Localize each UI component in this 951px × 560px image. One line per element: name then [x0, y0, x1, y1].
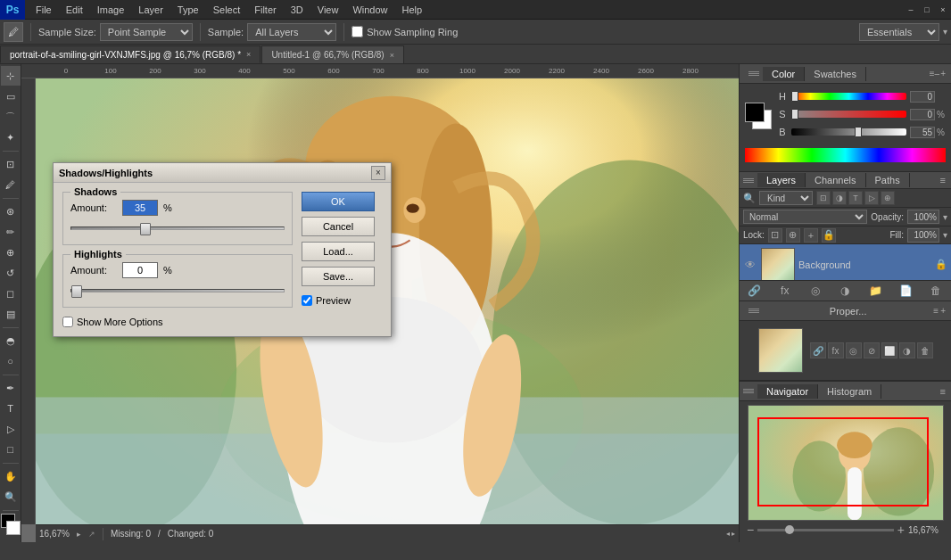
nav-zoom-out[interactable]: − [747, 523, 754, 537]
brush-tool[interactable]: ✏ [1, 222, 21, 242]
filter-kind-dropdown[interactable]: Kind [759, 191, 813, 205]
opacity-arrow[interactable]: ▾ [943, 212, 947, 222]
menu-image[interactable]: Image [90, 3, 132, 17]
link-layers-button[interactable]: 🔗 [746, 282, 764, 300]
h-slider[interactable] [791, 93, 906, 100]
sample-size-dropdown[interactable]: Point Sample 3 by 3 Average 5 by 5 Avera… [100, 23, 193, 41]
color-spectrum[interactable] [745, 148, 946, 162]
props-mask-btn[interactable]: ◎ [846, 342, 862, 358]
props-fx-btn[interactable]: fx [828, 342, 844, 358]
sample-dropdown[interactable]: All Layers Current Layer [247, 23, 336, 41]
menu-help[interactable]: Help [395, 3, 430, 17]
lock-position-icon[interactable]: ⊕ [786, 228, 800, 243]
swatches-tab[interactable]: Swatches [805, 67, 866, 81]
adjustment-type-icon[interactable]: ◑ [832, 191, 847, 205]
text-type-icon[interactable]: T [848, 191, 863, 205]
paths-tab[interactable]: Paths [866, 173, 910, 187]
gradient-tool[interactable]: ▤ [1, 304, 21, 324]
b-slider[interactable] [791, 128, 906, 136]
fill-arrow[interactable]: ▾ [943, 230, 947, 240]
lock-pixels-icon[interactable]: ⊡ [768, 228, 782, 243]
layers-menu[interactable]: ≡ [935, 175, 951, 185]
navigator-tab[interactable]: Navigator [757, 384, 818, 399]
lock-artboards-icon[interactable]: + [804, 228, 818, 243]
tab-untitled[interactable]: Untitled-1 @ 66,7% (RGB/8) × [261, 45, 404, 63]
menu-layer[interactable]: Layer [131, 3, 170, 17]
props-link-btn[interactable]: 🔗 [810, 342, 826, 358]
dialog-titlebar[interactable]: Shadows/Highlights × [54, 163, 391, 183]
fg-swatch[interactable] [745, 103, 765, 122]
scroll-left[interactable]: ◂ [726, 530, 730, 538]
lock-all-icon[interactable]: 🔒 [822, 228, 836, 243]
histogram-tab[interactable]: Histogram [818, 384, 881, 399]
h-value-input[interactable] [910, 91, 935, 103]
tab-portrait[interactable]: portrait-of-a-smiling-girl-VXNJMFS.jpg @… [0, 45, 260, 63]
nav-zoom-slider[interactable] [757, 529, 894, 531]
highlights-slider[interactable] [70, 284, 285, 298]
crop-tool[interactable]: ⊡ [1, 154, 21, 174]
layer-item-background[interactable]: 👁 Background 🔒 [740, 244, 951, 280]
add-mask-button[interactable]: ◎ [806, 282, 824, 300]
move-tool[interactable]: ⊹ [1, 66, 21, 86]
blend-mode-dropdown[interactable]: Normal Multiply Screen [743, 210, 867, 224]
props-expand[interactable]: + [940, 306, 946, 316]
smart-type-icon[interactable]: ⊕ [881, 191, 895, 205]
minimize-button[interactable]: – [905, 4, 917, 16]
eyedropper-tool[interactable]: 🖉 [1, 175, 21, 194]
new-layer-button[interactable]: 📄 [897, 282, 914, 300]
clone-tool[interactable]: ⊕ [1, 243, 21, 262]
s-thumb[interactable] [791, 109, 798, 119]
save-button[interactable]: Save... [302, 267, 375, 286]
props-smart-btn[interactable]: ◑ [899, 342, 915, 358]
history-tool[interactable]: ↺ [1, 263, 21, 283]
pen-tool[interactable]: ✒ [1, 378, 21, 398]
new-group-button[interactable]: 📁 [866, 282, 884, 300]
props-group-btn[interactable]: ⬜ [881, 342, 897, 358]
b-value-input[interactable] [910, 127, 935, 138]
nav-viewport-box[interactable] [757, 417, 929, 506]
shape-tool[interactable]: □ [1, 440, 21, 459]
menu-type[interactable]: Type [170, 3, 206, 17]
color-expand[interactable]: + [940, 69, 946, 78]
shape-type-icon[interactable]: ▷ [864, 191, 879, 205]
text-tool[interactable]: T [1, 399, 21, 418]
preview-label[interactable]: Preview [316, 295, 351, 306]
props-gripper[interactable] [745, 307, 763, 315]
color-collapse[interactable]: – [935, 69, 940, 78]
path-tool[interactable]: ▷ [1, 419, 21, 439]
menu-file[interactable]: File [29, 3, 59, 17]
channels-tab[interactable]: Channels [806, 173, 865, 187]
cancel-button[interactable]: Cancel [302, 217, 375, 236]
close-button[interactable]: × [937, 4, 949, 16]
color-tab[interactable]: Color [763, 67, 805, 81]
eraser-tool[interactable]: ◻ [1, 284, 21, 303]
layer-visibility-eye[interactable]: 👁 [743, 258, 757, 272]
menu-view[interactable]: View [310, 3, 346, 17]
maximize-button[interactable]: □ [921, 4, 933, 16]
spot-heal-tool[interactable]: ⊛ [1, 202, 21, 221]
preview-checkbox[interactable] [302, 295, 312, 306]
menu-3d[interactable]: 3D [284, 3, 310, 17]
opacity-input[interactable] [907, 210, 939, 224]
nav-gripper[interactable] [740, 387, 757, 395]
workspace-dropdown[interactable]: Essentials [859, 23, 939, 41]
show-more-label[interactable]: Show More Options [77, 317, 163, 327]
lasso-tool[interactable]: ⌒ [1, 107, 21, 127]
load-button[interactable]: Load... [302, 242, 375, 261]
shadows-amount-input[interactable] [122, 200, 158, 216]
zoom-tool[interactable]: 🔍 [1, 487, 21, 506]
fill-input[interactable] [907, 228, 939, 243]
fx-button[interactable]: fx [776, 282, 794, 300]
bg-color-swatch[interactable] [6, 521, 21, 535]
h-thumb[interactable] [791, 91, 798, 102]
dialog-close-button[interactable]: × [371, 166, 385, 180]
tab-untitled-close[interactable]: × [390, 51, 394, 60]
s-slider[interactable] [791, 111, 906, 118]
show-sampling-ring-checkbox[interactable] [351, 26, 363, 37]
select-tool[interactable]: ▭ [1, 86, 21, 106]
highlights-amount-input[interactable] [122, 262, 158, 278]
highlights-slider-thumb[interactable] [71, 285, 82, 298]
delete-layer-button[interactable]: 🗑 [927, 282, 945, 300]
scroll-right[interactable]: ▸ [732, 530, 735, 538]
pixel-type-icon[interactable]: ⊡ [816, 191, 831, 205]
